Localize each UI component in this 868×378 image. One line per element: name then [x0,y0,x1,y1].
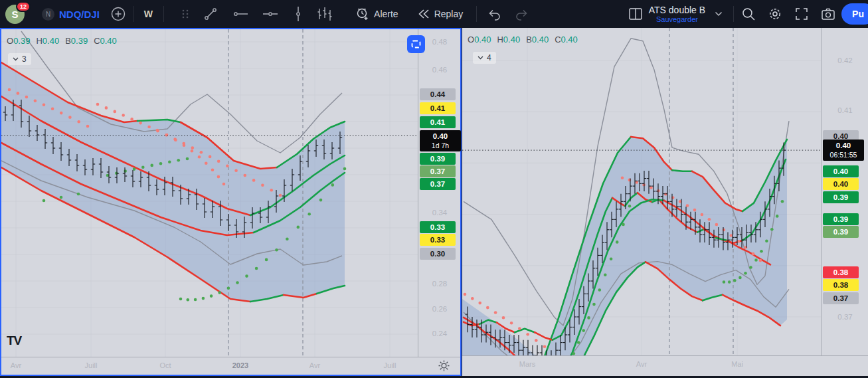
close-value: 0.40 [100,36,117,46]
price-badge: 0.39 [823,213,859,225]
undo-button[interactable] [485,5,503,23]
layout-name-button[interactable]: ATS double B Sauvegarder [649,5,705,24]
right-price-scale[interactable]: 0.420.410.400.4006:51:550.400.400.390.39… [821,28,868,355]
maximize-pane-icon [411,40,421,48]
camera-icon [821,7,835,21]
replay-icon [417,8,430,20]
redo-icon [515,7,529,21]
top-toolbar: S 12 N NDQ/DJI W Alerte Replay [0,0,868,29]
high-value: 0.40 [503,35,520,45]
left-price-chart[interactable] [1,29,418,357]
price-tick-label: 0.42 [822,54,868,66]
tradingview-logo: TV [7,333,21,348]
price-tick-label: 0.28 [418,278,461,290]
fullscreen-button[interactable] [792,5,811,23]
price-tick-label: 0.41 [822,104,868,116]
price-tick-label: 0.26 [418,303,461,315]
trend-line-icon [203,6,218,22]
bars-pattern-tool[interactable] [315,5,334,23]
price-badge: 0.401d 7h [420,130,461,151]
indicator-count: 4 [487,53,491,62]
price-badge: 0.33 [420,234,456,246]
search-icon [741,7,756,21]
alert-button[interactable]: Alerte [351,4,402,24]
gear-sun-icon [438,360,450,371]
time-tick-label: Juill [370,361,410,369]
layout-title: ATS double B [649,5,705,15]
time-tick-label: Oct [145,361,185,369]
time-tick-label: Avr [0,361,36,369]
redo-button[interactable] [513,5,531,23]
alert-label: Alerte [374,9,398,19]
price-tick-label: 0.46 [418,64,461,76]
trend-line-tool[interactable] [201,5,220,23]
indicator-count: 3 [22,54,27,64]
publish-button[interactable]: Pu [841,3,868,25]
maximize-pane-button[interactable] [407,35,425,53]
left-chart-panel: O0.39 H0.40 B0.39 C0.40 3 TV 0.480.460.4… [0,28,462,376]
chevron-down-icon [13,57,19,61]
high-value: 0.40 [43,36,59,46]
price-badge: 0.41 [420,116,456,128]
chevron-down-icon [477,56,483,60]
price-badge: 0.37 [420,178,456,190]
indicator-collapse-chip[interactable]: 4 [473,52,496,64]
price-tick-label: 0.37 [822,311,868,323]
left-time-axis[interactable]: AvrJuillOct2023AvrJuill [1,357,460,375]
settings-button[interactable] [766,5,784,23]
replay-button[interactable]: Replay [413,5,468,23]
vertical-line-tool[interactable] [289,5,307,23]
plus-circle-icon [111,7,126,21]
right-time-axis[interactable]: MarsAvrMai [462,355,868,373]
right-chart-panel: O0.40 H0.40 B0.40 C0.40 4 0.420.410.400.… [462,28,868,376]
save-layout-link[interactable]: Sauvegarder [656,15,698,24]
layout-select-button[interactable] [626,5,645,23]
undo-icon [487,7,501,21]
horizontal-line-tool[interactable] [232,5,250,23]
horizontal-ray-icon [262,6,279,22]
price-badge: 0.30 [420,248,456,260]
chevron-down-icon [715,11,723,17]
open-value: 0.40 [474,35,491,45]
price-scale-settings-gear[interactable] [438,360,450,374]
layout-menu-chevron[interactable] [709,5,728,23]
left-price-scale[interactable]: 0.480.460.440.410.410.401d 7h0.390.370.3… [418,29,461,357]
countdown-timer: 1d 7h [432,142,449,150]
price-badge: 0.40 [823,178,859,190]
open-value: 0.39 [13,36,30,46]
horizontal-ray-tool[interactable] [261,5,280,23]
separator [133,6,133,22]
gear-icon [768,7,782,21]
replay-label: Replay [434,9,464,19]
separator [476,6,477,22]
right-price-chart[interactable] [462,28,821,355]
quick-search-button[interactable] [739,5,758,23]
price-badge: 0.40 [823,165,859,177]
ohlc-readout: O0.39 H0.40 B0.39 C0.40 [7,36,117,46]
compare-add-button[interactable] [109,5,128,23]
price-tick-label: 0.24 [418,328,461,339]
ohlc-readout: O0.40 H0.40 B0.40 C0.40 [468,35,578,45]
symbol-search-button[interactable]: N NDQ/DJI [42,8,100,21]
low-value: 0.40 [532,35,549,45]
price-badge: 0.37 [823,292,859,304]
horizontal-line-icon [232,6,250,22]
price-badge: 0.4006:51:55 [823,140,864,161]
exchange-icon: N [42,8,54,21]
snapshot-button[interactable] [819,5,837,23]
indicator-collapse-chip[interactable]: 3 [8,53,31,65]
dots-grid-icon [181,9,189,19]
symbol-name: NDQ/DJI [59,9,100,20]
notification-badge: 12 [16,1,31,12]
user-menu[interactable]: S 12 [5,5,25,24]
price-badge: 0.39 [823,191,859,203]
price-badge: 0.38 [823,266,859,278]
toolbar-drag-handle[interactable] [176,5,195,23]
timeframe-button[interactable]: W [139,6,158,22]
separator [163,6,164,22]
separator [733,6,734,22]
close-value: 0.40 [561,35,578,45]
fullscreen-icon [795,7,808,21]
price-badge: 0.39 [823,226,859,238]
time-tick-label: 2023 [220,361,260,369]
